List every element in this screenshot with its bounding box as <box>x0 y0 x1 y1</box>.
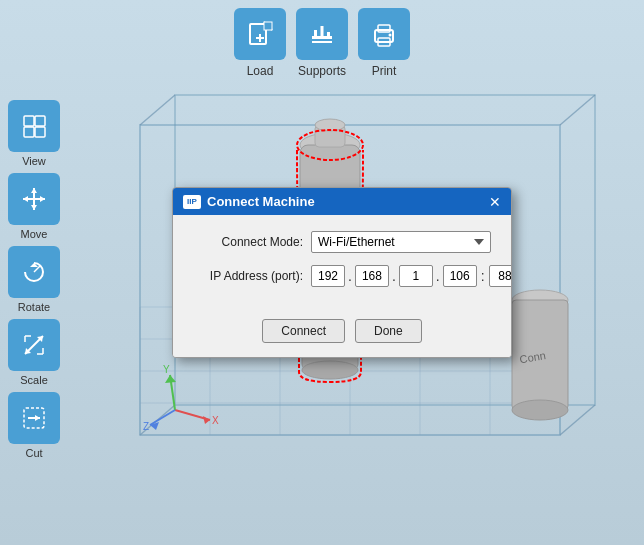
done-button[interactable]: Done <box>355 319 422 343</box>
ip-octet-3[interactable] <box>399 265 433 287</box>
dialog-title: Connect Machine <box>207 194 315 209</box>
connect-mode-select[interactable]: Wi-Fi/EthernetUSB <box>311 231 491 253</box>
ip-dot-3: . <box>436 268 440 284</box>
dialog-titlebar: IIP Connect Machine ✕ <box>173 188 511 215</box>
ip-dot-2: . <box>392 268 396 284</box>
ip-colon: : <box>481 268 485 284</box>
connect-mode-row: Connect Mode: Wi-Fi/EthernetUSB <box>193 231 491 253</box>
connect-button[interactable]: Connect <box>262 319 345 343</box>
dialog-body: Connect Mode: Wi-Fi/EthernetUSB IP Addre… <box>173 215 511 315</box>
ip-input-group: . . . : <box>311 265 512 287</box>
dialog-close-button[interactable]: ✕ <box>489 195 501 209</box>
ip-port[interactable] <box>489 265 512 287</box>
dialog-logo: IIP <box>183 195 201 209</box>
dialog-titlebar-left: IIP Connect Machine <box>183 194 315 209</box>
ip-octet-1[interactable] <box>311 265 345 287</box>
connect-machine-dialog: IIP Connect Machine ✕ Connect Mode: Wi-F… <box>172 187 512 358</box>
connect-mode-label: Connect Mode: <box>193 235 303 249</box>
3d-viewport: Conn X Y Z <box>0 0 644 545</box>
dialog-footer: Connect Done <box>173 315 511 357</box>
ip-dot-1: . <box>348 268 352 284</box>
ip-octet-2[interactable] <box>355 265 389 287</box>
dialog-overlay: IIP Connect Machine ✕ Connect Mode: Wi-F… <box>0 0 644 545</box>
ip-address-row: IP Address (port): . . . : <box>193 265 491 287</box>
ip-octet-4[interactable] <box>443 265 477 287</box>
ip-address-label: IP Address (port): <box>193 269 303 283</box>
